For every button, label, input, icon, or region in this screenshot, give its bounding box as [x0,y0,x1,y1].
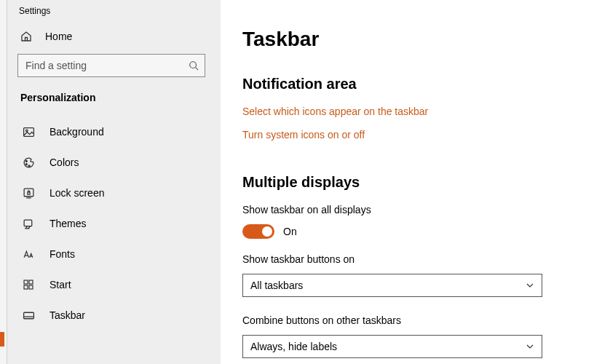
sidebar-item-start[interactable]: Start [7,269,221,300]
setting-label-show-on-all: Show taskbar on all displays [242,204,572,215]
setting-label-show-buttons-on: Show taskbar buttons on [242,253,572,265]
sidebar-item-themes[interactable]: Themes [7,208,221,239]
svg-rect-12 [24,280,28,284]
search-box[interactable] [17,54,205,77]
svg-point-0 [190,62,197,68]
page-title: Taskbar [242,28,572,51]
link-system-icons[interactable]: Turn system icons on or off [242,129,572,141]
background-window-sliver [0,0,7,364]
toggle-state-text: On [283,226,297,237]
link-select-icons[interactable]: Select which icons appear on the taskbar [242,106,572,117]
svg-rect-15 [29,285,33,289]
sliver-accent [0,332,4,347]
sidebar-item-lock-screen[interactable]: Lock screen [7,178,221,208]
search-icon [189,60,199,71]
sidebar-item-fonts[interactable]: Fonts [7,239,221,269]
image-icon [22,125,35,138]
svg-point-4 [25,160,27,162]
sidebar-item-taskbar[interactable]: Taskbar [7,300,221,331]
sidebar-item-label: Background [50,126,104,138]
chevron-down-icon [526,342,534,351]
sidebar-item-label: Themes [50,218,87,229]
start-icon [22,278,35,291]
sidebar-section-header: Personalization [7,87,221,116]
toggle-show-on-all[interactable] [242,224,274,239]
sidebar-item-label: Colors [50,157,79,168]
sidebar-item-label: Fonts [50,248,75,260]
content-pane: Taskbar Notification area Select which i… [221,0,594,364]
settings-sidebar: Settings Home Personalization [7,0,221,364]
app-title: Settings [7,4,221,23]
home-icon [20,31,32,42]
select-combine[interactable]: Always, hide labels [242,335,542,358]
setting-label-combine: Combine buttons on other taskbars [242,314,572,326]
svg-line-1 [196,68,199,71]
svg-point-5 [25,163,27,165]
sidebar-item-label: Lock screen [50,187,104,199]
sidebar-item-label: Taskbar [50,309,85,321]
sidebar-item-label: Start [50,279,71,290]
svg-rect-8 [27,191,29,194]
chevron-down-icon [526,281,534,290]
sidebar-nav: Background Colors [7,116,221,331]
section-header-multiple-displays: Multiple displays [242,174,572,191]
svg-rect-14 [24,285,28,289]
select-show-buttons-on[interactable]: All taskbars [242,274,542,297]
nav-home[interactable]: Home [7,23,221,50]
palette-icon [22,156,35,169]
svg-rect-10 [24,220,32,226]
toggle-row-show-on-all: On [242,224,572,239]
taskbar-icon [22,309,35,322]
svg-point-3 [25,130,28,132]
svg-rect-13 [29,280,33,284]
svg-point-6 [28,165,30,166]
select-value: Always, hide labels [250,341,337,352]
svg-rect-16 [23,312,33,319]
nav-home-label: Home [45,31,72,42]
fonts-icon [22,248,35,261]
lock-screen-icon [22,186,35,199]
sidebar-item-background[interactable]: Background [7,116,221,147]
search-input[interactable] [18,55,205,76]
section-header-notification: Notification area [242,76,572,92]
select-value: All taskbars [250,280,303,291]
themes-icon [22,217,35,230]
toggle-knob [262,226,272,237]
sidebar-item-colors[interactable]: Colors [7,147,221,178]
search-container [7,50,221,87]
